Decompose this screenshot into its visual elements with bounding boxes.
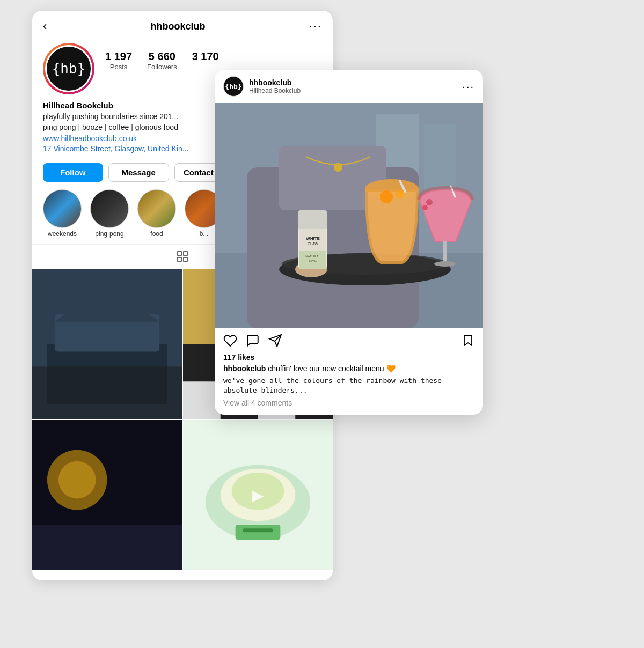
svg-rect-1 [184, 252, 187, 255]
post-location: Hillhead Bookclub [249, 87, 301, 94]
back-button[interactable]: ‹ [43, 19, 47, 33]
message-button[interactable]: Message [108, 163, 169, 182]
like-button[interactable] [223, 334, 237, 351]
highlight-circle-pingpong [90, 189, 129, 228]
svg-rect-0 [178, 252, 181, 255]
svg-point-49 [434, 261, 456, 267]
grid-icon[interactable] [176, 250, 189, 266]
avatar-text: {hb} [52, 61, 86, 77]
highlight-pingpong[interactable]: ping-pong [90, 189, 129, 238]
posts-count: 1 197 [105, 50, 132, 63]
highlight-weekends[interactable]: weekends [43, 189, 82, 238]
svg-text:LIME: LIME [309, 259, 317, 262]
svg-point-53 [334, 163, 342, 172]
avatar-ring: {hb} [43, 43, 94, 94]
svg-point-19 [58, 461, 96, 499]
post-card: {hb} hhbookclub Hillhead Bookclub ··· [215, 70, 483, 415]
avatar-wrapper: {hb} [43, 43, 94, 94]
profile-desc-line2: ping pong | booze | coffee | glorious fo… [43, 123, 178, 131]
svg-text:WHITE: WHITE [306, 236, 320, 241]
svg-point-51 [426, 199, 433, 205]
svg-point-46 [396, 190, 404, 198]
post-username[interactable]: hhbookclub [249, 78, 301, 87]
share-button[interactable] [268, 334, 282, 351]
post-card-user: {hb} hhbookclub Hillhead Bookclub [223, 76, 301, 97]
post-actions-left [223, 334, 282, 351]
stats-row: 1 197 Posts 5 660 Followers 3 170 [105, 50, 219, 71]
profile-username-header: hhbookclub [150, 21, 205, 32]
post-avatar: {hb} [223, 76, 244, 97]
highlight-label-b: b... [200, 230, 209, 238]
svg-text:NATURAL: NATURAL [305, 255, 320, 258]
likes-count: 117 likes [215, 353, 483, 364]
bookmark-button[interactable] [462, 334, 474, 350]
post-thumb-4[interactable]: ▶ [183, 420, 333, 570]
highlight-label-food: food [150, 230, 163, 238]
svg-rect-3 [184, 257, 187, 261]
stat-followers[interactable]: 5 660 Followers [147, 50, 177, 71]
highlight-label-pingpong: ping-pong [95, 230, 123, 238]
following-count: 3 170 [192, 50, 219, 63]
svg-rect-2 [178, 257, 181, 261]
post-thumb-1[interactable] [32, 269, 182, 419]
followers-label: Followers [147, 63, 177, 71]
post-more-button[interactable]: ··· [462, 80, 474, 93]
post-thumb-3[interactable] [32, 420, 182, 570]
post-user-info: hhbookclub Hillhead Bookclub [249, 78, 301, 94]
follow-button[interactable]: Follow [43, 163, 103, 182]
highlight-food[interactable]: food [137, 189, 176, 238]
stat-following[interactable]: 3 170 [192, 50, 219, 71]
post-avatar-text: {hb} [225, 83, 241, 91]
svg-rect-37 [298, 210, 327, 229]
post-caption-username[interactable]: hhbookclub [223, 364, 266, 373]
svg-rect-20 [32, 525, 182, 570]
svg-rect-48 [443, 241, 447, 263]
svg-marker-56 [464, 336, 472, 345]
profile-desc-line1: playfully pushing boundaries since 201..… [43, 112, 178, 121]
comment-button[interactable] [246, 334, 260, 351]
post-caption: hhbookclub chuffin' love our new cocktai… [215, 364, 483, 399]
highlight-circle-food [137, 189, 176, 228]
profile-more-button[interactable]: ··· [309, 19, 322, 33]
posts-label: Posts [110, 63, 128, 71]
profile-location: 17 Vinicombe Street, Glasgow, United Kin… [43, 144, 188, 153]
svg-rect-8 [32, 367, 182, 419]
svg-text:CLAW: CLAW [308, 242, 318, 246]
highlight-circle-weekends [43, 189, 82, 228]
post-card-header: {hb} hhbookclub Hillhead Bookclub ··· [215, 70, 483, 103]
view-comments-button[interactable]: View all 4 comments [215, 399, 483, 415]
avatar: {hb} [45, 45, 92, 92]
highlight-label-weekends: weekends [48, 230, 77, 238]
post-image: WHITE CLAW NATURAL LIME [215, 103, 483, 328]
stat-posts[interactable]: 1 197 Posts [105, 50, 132, 71]
svg-point-52 [422, 205, 428, 210]
profile-header: ‹ hhbookclub ··· [32, 11, 333, 39]
post-caption-detail: we've gone all the colours of the rainbo… [223, 376, 474, 395]
post-caption-text: chuffin' love our new cocktail menu 🧡 [268, 364, 395, 373]
followers-count: 5 660 [149, 50, 175, 63]
svg-point-45 [380, 190, 393, 203]
svg-rect-26 [243, 528, 273, 532]
play-button[interactable]: ▶ [252, 486, 264, 504]
post-actions [215, 328, 483, 353]
